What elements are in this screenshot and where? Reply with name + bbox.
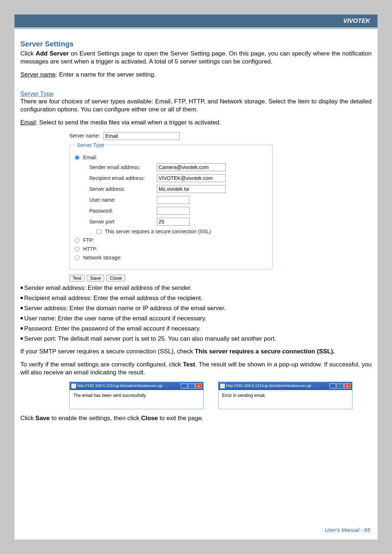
popup-body: Error in sending email.	[219, 390, 352, 409]
ssl-row: This server requires a secure connection…	[89, 229, 229, 234]
page-content: Server Settings Click Add Server on Even…	[15, 29, 377, 449]
ssl-label: This server requires a secure connection…	[105, 229, 211, 234]
popup-success: http://192.168.5.121/cgi-bin/admin/tests…	[69, 382, 204, 409]
close-icon[interactable]: X	[195, 383, 202, 389]
recipient-input[interactable]	[157, 174, 226, 182]
server-name-row: Server name:	[69, 132, 273, 140]
ie-icon	[71, 383, 76, 389]
server-address-input[interactable]	[157, 185, 226, 193]
list-item: Password: Enter the password of the emai…	[20, 325, 372, 332]
port-input[interactable]	[157, 218, 189, 226]
radio-network-storage[interactable]	[75, 255, 79, 260]
server-name-underline: Server name	[20, 71, 56, 78]
fieldset-legend: Server Type	[75, 142, 106, 148]
popup-row: http://192.168.5.121/cgi-bin/admin/tests…	[69, 382, 372, 409]
maximize-icon[interactable]: □	[188, 383, 195, 389]
button-row: Test Save Close	[69, 275, 372, 282]
test-paragraph: To verify if the email settings are corr…	[20, 361, 372, 377]
close-button[interactable]: Close	[106, 275, 125, 282]
sender-input[interactable]	[157, 163, 226, 171]
intro-paragraph: Click Add Server on Event Settings page …	[20, 50, 372, 66]
ssl-paragraph: If your SMTP server requires a secure co…	[20, 348, 372, 356]
username-label: User name:	[89, 197, 155, 203]
closing-paragraph: Click Save to enable the settings, then …	[20, 414, 372, 422]
popup-titlebar: http://192.168.5.121/cgi-bin/admin/tests…	[70, 382, 203, 390]
recipient-label: Recipient email address:	[89, 175, 155, 181]
radio-ns-row: Network storage:	[75, 255, 267, 260]
email-underline: Email	[20, 119, 36, 126]
ssl-checkbox[interactable]	[97, 229, 101, 234]
radio-email[interactable]	[75, 155, 79, 160]
section-title: Server Settings	[20, 40, 372, 48]
password-label: Password:	[89, 208, 155, 214]
email-fields-grid: Sender email address: Recipient email ad…	[89, 163, 267, 234]
add-server-label: Add Server	[36, 50, 69, 57]
list-item: Server port: The default mail server por…	[20, 335, 372, 342]
server-name-input[interactable]	[103, 132, 180, 140]
server-type-intro: There are four choices of server types a…	[20, 98, 372, 114]
ie-icon	[220, 383, 225, 389]
radio-http[interactable]	[75, 247, 79, 251]
server-address-label: Server address:	[89, 186, 155, 192]
popup-titlebar: http://192.168.5.121/cgi-bin/admin/tests…	[219, 382, 352, 390]
list-item: User name: Enter the user name of the em…	[20, 315, 372, 322]
page-header: VIVOTEK	[15, 15, 377, 28]
close-icon[interactable]: X	[344, 383, 351, 389]
save-button[interactable]: Save	[87, 275, 104, 282]
email-line: Email: Select to send the media files vi…	[20, 119, 372, 127]
popup-error: http://192.168.5.121/cgi-bin/admin/tests…	[218, 382, 352, 409]
server-name-label: Server name:	[69, 132, 100, 138]
radio-http-row: HTTP:	[75, 246, 267, 252]
document-page: VIVOTEK Server Settings Click Add Server…	[15, 15, 377, 539]
server-type-heading: Server Type	[20, 90, 53, 97]
server-settings-form: Server name: Server Type Email: Sender e…	[69, 132, 273, 270]
radio-ftp[interactable]	[75, 238, 79, 243]
password-input[interactable]	[157, 207, 189, 215]
port-label: Server port	[89, 219, 155, 225]
window-icons: _ □ X	[181, 383, 202, 389]
test-button[interactable]: Test	[69, 275, 85, 282]
minimize-icon[interactable]: _	[330, 383, 336, 389]
list-item: Sender email address: Enter the email ad…	[20, 284, 372, 292]
username-input[interactable]	[157, 196, 189, 204]
list-item: Recipient email address: Enter the email…	[20, 295, 372, 302]
list-item: Server address: Enter the domain name or…	[20, 305, 372, 312]
maximize-icon[interactable]: □	[337, 383, 343, 389]
radio-email-row: Email:	[75, 155, 267, 160]
window-icons: _ □ X	[330, 383, 351, 389]
server-name-line: Server name: Enter a name for the server…	[20, 71, 372, 79]
server-type-fieldset: Server Type Email: Sender email address:…	[69, 142, 273, 270]
sender-label: Sender email address:	[89, 164, 155, 170]
brand-name: VIVOTEK	[343, 17, 370, 25]
popup-body: The email has been sent successfully.	[70, 390, 203, 409]
radio-ftp-row: FTP:	[75, 237, 267, 243]
minimize-icon[interactable]: _	[181, 383, 187, 389]
bullet-list: Sender email address: Enter the email ad…	[20, 284, 372, 342]
page-footer: User's Manual - 85	[325, 527, 370, 533]
